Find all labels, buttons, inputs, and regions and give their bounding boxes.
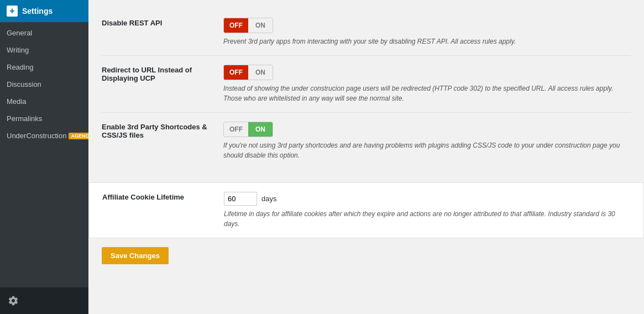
sidebar-nav: General Writing Reading Discussion Media… [0,22,88,290]
redirect-url-content: OFF ON Instead of showing the under cons… [223,65,631,103]
redirect-url-label: Redirect to URL Instead of Displaying UC… [102,65,212,82]
third-party-description: If you're not using 3rd party shortcodes… [223,140,631,160]
gear-icon[interactable] [7,294,20,307]
third-party-row: Enable 3rd Party Shortcodes & CSS/JS fil… [102,113,631,169]
redirect-url-description: Instead of showing the under construcion… [223,83,631,103]
save-changes-button[interactable]: Save Changes [102,247,169,264]
sidebar-title: Settings [22,7,53,15]
sidebar-item-permalinks[interactable]: Permalinks [0,110,88,127]
affiliate-section: Affiliate Cookie Lifetime days Lifetime … [88,182,644,238]
sidebar-item-discussion[interactable]: Discussion [0,76,88,93]
third-party-toggle[interactable]: OFF ON [223,122,273,137]
sidebar-item-writing[interactable]: Writing [0,41,88,59]
toggle-on-option[interactable]: ON [248,122,273,137]
sidebar: + Settings General Writing Reading Discu… [0,0,88,314]
affiliate-input-row: days [224,192,630,206]
disable-rest-api-toggle[interactable]: OFF ON [223,18,273,33]
disable-rest-api-description: Prevent 3rd party apps from interacting … [223,36,631,46]
sidebar-item-reading[interactable]: Reading [0,59,88,76]
toggle-on-option[interactable]: ON [248,65,273,80]
toggle-off-option[interactable]: OFF [224,18,248,33]
third-party-label: Enable 3rd Party Shortcodes & CSS/JS fil… [102,122,212,139]
settings-icon: + [7,6,18,17]
toggle-on-option[interactable]: ON [248,18,273,33]
save-section: Save Changes [88,238,644,273]
affiliate-content: days Lifetime in days for affiliate cook… [224,192,630,229]
affiliate-days-input[interactable] [224,192,257,206]
disable-rest-api-row: Disable REST API OFF ON Prevent 3rd part… [102,9,631,56]
bottom-bar [0,287,88,314]
settings-panel: Disable REST API OFF ON Prevent 3rd part… [88,0,644,182]
sidebar-item-general[interactable]: General [0,24,88,41]
affiliate-row: Affiliate Cookie Lifetime days Lifetime … [102,192,630,229]
redirect-url-row: Redirect to URL Instead of Displaying UC… [102,56,631,113]
affiliate-description: Lifetime in days for affiliate cookies a… [224,209,630,229]
disable-rest-api-content: OFF ON Prevent 3rd party apps from inter… [223,18,631,46]
sidebar-item-media[interactable]: Media [0,93,88,110]
redirect-url-toggle[interactable]: OFF ON [223,65,273,80]
days-label: days [261,195,276,203]
third-party-content: OFF ON If you're not using 3rd party sho… [223,122,631,160]
disable-rest-api-label: Disable REST API [102,18,212,27]
main-content: Disable REST API OFF ON Prevent 3rd part… [88,0,644,314]
underconstruction-label: UnderConstruction [7,132,66,140]
toggle-off-option[interactable]: OFF [224,122,248,137]
sidebar-item-underconstruction[interactable]: UnderConstruction AGENCY [0,127,88,144]
affiliate-label: Affiliate Cookie Lifetime [102,192,213,201]
toggle-off-option[interactable]: OFF [224,65,248,80]
sidebar-header: + Settings [0,0,88,22]
